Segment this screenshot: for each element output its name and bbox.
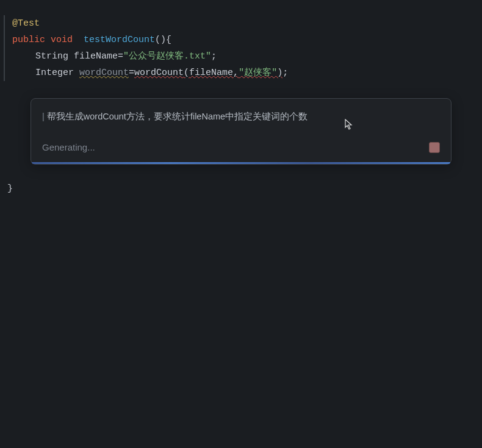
stop-button[interactable] [429, 142, 440, 153]
method-parens: (){ [155, 35, 171, 45]
type-string: String [35, 51, 68, 62]
code-line-method-sig: public void testWordCount(){ [12, 32, 482, 48]
var-filename: fileName [74, 51, 118, 62]
code-editor[interactable]: @Test public void testWordCount(){ Strin… [4, 15, 482, 81]
ai-input-row[interactable]: | 帮我生成wordCount方法，要求统计fileName中指定关键词的个数 [42, 108, 440, 124]
generating-status: Generating... [42, 139, 95, 155]
string-literal-keyword: "赵侠客" [239, 68, 277, 78]
eq-op: = [118, 51, 123, 62]
code-line-string-decl: String fileName="公众号赵侠客.txt"; [12, 48, 482, 65]
var-wordcount: wordCount [79, 68, 129, 78]
ai-status-row: Generating... [42, 139, 440, 155]
method-name: testWordCount [84, 35, 155, 45]
code-line-annotation: @Test [12, 15, 482, 32]
input-caret: | [42, 108, 45, 124]
semicolon: ; [211, 51, 217, 62]
annotation-text: @Test [12, 18, 40, 29]
keyword-public: public [12, 35, 45, 45]
ai-assistant-popup: | 帮我生成wordCount方法，要求统计fileName中指定关键词的个数 … [31, 98, 451, 165]
rparen: ) [277, 68, 282, 78]
string-literal-filename: "公众号赵侠客.txt" [123, 51, 211, 62]
comma: , [233, 68, 239, 78]
lparen: ( [184, 68, 189, 78]
call-wordcount: wordCount [134, 68, 184, 78]
semicolon-2: ; [282, 68, 288, 78]
code-line-integer-decl: Integer wordCount=wordCount(fileName,"赵侠… [12, 65, 482, 81]
arg-filename: fileName [189, 68, 233, 78]
progress-indicator [32, 162, 450, 164]
ai-prompt-text: 帮我生成wordCount方法，要求统计fileName中指定关键词的个数 [47, 108, 308, 124]
eq-op-2: = [129, 68, 134, 78]
keyword-void: void [51, 35, 73, 45]
closing-brace: } [0, 180, 482, 197]
type-integer: Integer [35, 68, 74, 78]
